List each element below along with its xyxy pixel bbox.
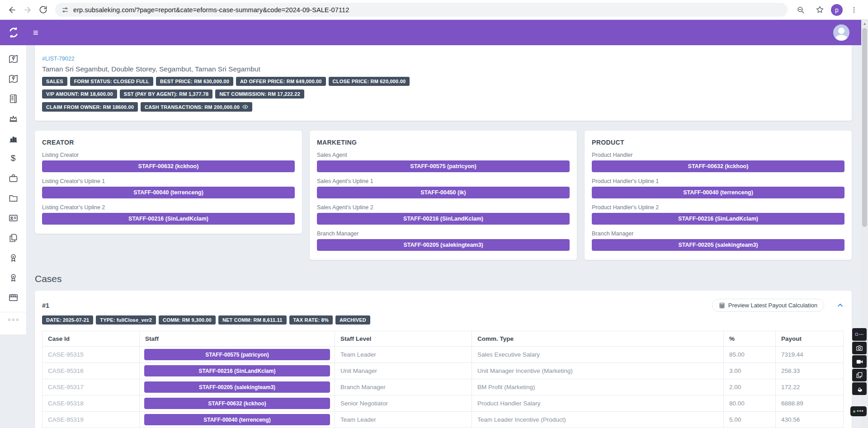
sidebar-item-briefcase-icon[interactable]: [0, 168, 27, 188]
percent-cell: 85.00: [724, 347, 776, 363]
column-header: Payout: [776, 331, 844, 347]
table-row: CASE-95319STAFF-00040 (terrenceng)Team L…: [42, 412, 844, 428]
table-row: CASE-95318STAFF-00632 (kckhoo)Senior Neg…: [42, 395, 844, 412]
staff-cell: STAFF-00632 (kckhoo): [140, 395, 335, 412]
info-badge: ARCHIVED: [335, 315, 370, 325]
sidebar-item-award-icon-2[interactable]: [0, 268, 27, 287]
scrollbar-up-arrow[interactable]: ▲: [861, 20, 868, 27]
payout-cell: 258.33: [776, 363, 844, 379]
info-badge: SALES: [42, 77, 67, 86]
percent-cell: 5.00: [724, 412, 776, 428]
info-badge: DATE: 2025-07-21: [42, 315, 93, 325]
staff-pill: STAFF-00205 (salekingteam3): [144, 381, 330, 393]
info-badge: CASH TRANSACTIONS: RM 200,000.00: [141, 102, 252, 112]
payout-cell: 430.56: [776, 412, 844, 428]
site-settings-icon[interactable]: [61, 6, 69, 14]
sidebar-item-dollar-icon[interactable]: $: [0, 148, 27, 168]
field-label: Listing Creator's Upline 1: [42, 178, 295, 184]
sidebar-item-award-icon[interactable]: [0, 248, 27, 268]
zoom-icon[interactable]: [793, 2, 808, 18]
extensions-more-icon[interactable]: [852, 328, 867, 341]
camera-icon[interactable]: [852, 342, 867, 354]
staff-pill: STAFF-00632 (kckhoo): [42, 160, 295, 172]
payout-cell: 7319.44: [776, 347, 844, 363]
staff-cell: STAFF-00216 (SinLandKclam): [140, 363, 335, 379]
field-label: Sales Agent's Upline 2: [317, 204, 570, 211]
case-number: #1: [42, 302, 49, 309]
staff-cell: STAFF-00040 (terrenceng): [140, 412, 335, 428]
field-label: Product Handler's Upline 2: [592, 204, 844, 211]
url-text[interactable]: erp.subsaleking.com/?page=report&cate=ef…: [73, 6, 349, 14]
overlay-toolbar: [852, 328, 867, 395]
refresh-icon[interactable]: [35, 2, 51, 18]
staff-pill: STAFF-00575 (patricyon): [317, 160, 570, 172]
scrollbar-thumb[interactable]: [862, 28, 867, 227]
screen-record-icon[interactable]: [852, 355, 867, 368]
staff-sections-row: CREATORListing CreatorSTAFF-00632 (kckho…: [35, 131, 852, 260]
table-row: CASE-95317STAFF-00205 (salekingteam3)Bra…: [42, 379, 844, 395]
section-card-creator: CREATORListing CreatorSTAFF-00632 (kckho…: [35, 131, 302, 234]
info-badge: FORM STATUS: CLOSED FULL: [70, 77, 153, 86]
staff-level-cell: Senior Negotiator: [335, 395, 472, 412]
column-header: Staff: [140, 331, 335, 347]
sidebar-item-copy-pages-icon[interactable]: [0, 228, 27, 248]
back-icon[interactable]: [5, 2, 20, 18]
chevron-up-icon[interactable]: [837, 302, 844, 309]
sidebar-nav: $: [0, 45, 27, 334]
more-options-chip[interactable]: •••: [850, 406, 867, 416]
staff-pill: STAFF-00216 (SinLandKclam): [144, 365, 330, 376]
menu-kebab-icon[interactable]: [846, 2, 862, 18]
settings-gear-icon[interactable]: [852, 382, 867, 395]
sidebar-item-crown-icon[interactable]: [0, 108, 27, 128]
staff-pill: STAFF-00205 (salekingteam3): [592, 239, 844, 251]
user-avatar[interactable]: [833, 24, 849, 41]
section-title: PRODUCT: [592, 139, 844, 146]
address-bar[interactable]: erp.subsaleking.com/?page=report&cate=ef…: [55, 3, 788, 17]
bookmark-star-icon[interactable]: [812, 2, 827, 18]
more-dots-icon: •••: [857, 408, 864, 414]
staff-level-cell: Team Leader: [335, 347, 472, 363]
sidebar-item-bar-chart-icon[interactable]: [0, 128, 27, 148]
case-id-cell: CASE-95319: [42, 412, 140, 428]
staff-pill: STAFF-00205 (salekingteam3): [317, 239, 570, 251]
listing-id-link[interactable]: #LIST-79022: [42, 56, 75, 62]
section-card-product: PRODUCTProduct HandlerSTAFF-00632 (kckho…: [585, 131, 852, 260]
hamburger-menu-icon[interactable]: ≡: [33, 28, 38, 37]
ellipsis-icon[interactable]: [8, 319, 19, 321]
table-row: CASE-95316STAFF-00216 (SinLandKclam)Unit…: [42, 363, 844, 379]
sidebar-item-ledger-icon[interactable]: [0, 89, 27, 108]
preview-payout-button[interactable]: Preview Latest Payout Calculation: [712, 299, 824, 312]
comm-type-cell: Unit Manager Incentive (Marketing): [472, 363, 724, 379]
listing-address: Taman Sri Segambut, Double Storey, Segam…: [42, 65, 844, 73]
sidebar-item-map-location-icon-2[interactable]: [0, 69, 27, 89]
windows-copy-icon[interactable]: [852, 369, 867, 381]
section-title: MARKETING: [317, 139, 570, 146]
staff-level-cell: Team Leader: [335, 412, 472, 428]
main-content: #LIST-79022 Taman Sri Segambut, Double S…: [27, 45, 861, 428]
info-badge: COMM: RM 9,300.00: [159, 315, 216, 325]
staff-pill: STAFF-00216 (SinLandKclam): [317, 213, 570, 225]
field-label: Listing Creator: [42, 152, 295, 158]
staff-pill: STAFF-00216 (SinLandKclam): [592, 213, 844, 225]
case-badges-row: DATE: 2025-07-21TYPE: fullClose_ver2COMM…: [42, 315, 844, 325]
payout-cell: 172.22: [776, 379, 844, 395]
field-label: Listing Creator's Upline 2: [42, 204, 295, 211]
sidebar-item-map-location-icon[interactable]: [0, 49, 27, 69]
sidebar-item-id-card-icon[interactable]: [0, 208, 27, 228]
field-label: Product Handler: [592, 152, 844, 158]
info-badge: V/P AMOUNT: RM 18,600.00: [42, 89, 117, 99]
info-badge: SST (PAY BY AGENT): RM 1,377.78: [120, 89, 213, 99]
info-badge: NET COMM: RM 8,611.11: [218, 315, 287, 325]
case-id-cell: CASE-95317: [42, 379, 140, 395]
profile-avatar[interactable]: p: [831, 4, 843, 16]
eye-icon[interactable]: [242, 104, 248, 110]
percent-cell: 3.00: [724, 363, 776, 379]
column-header: Comm. Type: [472, 331, 724, 347]
info-badge: NET COMMISSION: RM 17,222.22: [215, 89, 304, 99]
forward-icon[interactable]: [20, 2, 35, 18]
column-header: Staff Level: [335, 331, 472, 347]
sync-logo-icon[interactable]: [0, 27, 27, 38]
sidebar-item-folder-icon[interactable]: [0, 188, 27, 208]
sidebar-item-clapperboard-icon[interactable]: [0, 287, 27, 307]
info-badge: AD OFFER PRICE: RM 649,000.00: [236, 77, 326, 86]
